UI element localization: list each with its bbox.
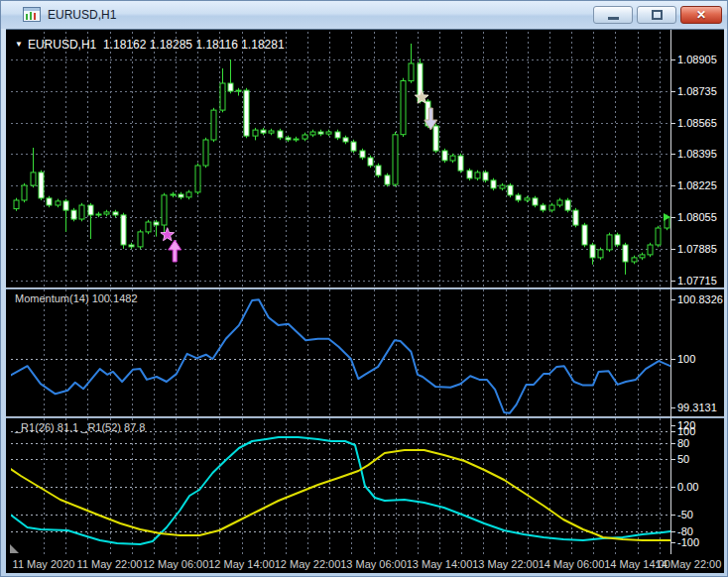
candle [303,135,307,139]
candle [244,90,249,136]
axis-tick [670,459,675,460]
r1-axis-label: 0.00 [677,481,698,493]
candle [138,232,143,247]
axis-tick [670,407,675,408]
time-axis-label: 13 May 22:00 [472,558,539,570]
candle [294,139,299,140]
price-axis-label: 1.08055 [677,211,717,223]
r1-axis-label: -100 [677,536,699,548]
candle [269,131,274,133]
candle [162,195,167,225]
candle [607,235,612,250]
candle [22,185,27,200]
candle [171,194,176,195]
axis-tick [670,431,675,432]
chart-window-icon [23,7,41,22]
title-bar[interactable]: EURUSD,H1 ✕ [1,1,727,29]
minimize-button[interactable] [593,6,633,24]
r1-axis-label: -50 [677,509,693,520]
ohlc-quote: 1.18162 1.18285 1.18116 1.18281 [103,38,285,52]
candle [615,235,620,245]
candle [467,171,472,178]
axis-tick [670,542,675,543]
candle [582,225,587,245]
axis-tick [670,185,675,186]
candle [318,132,323,134]
candle [656,228,661,245]
time-axis-label: 14 May 22:00 [656,558,722,570]
momentum-panel[interactable]: Momentum(14) 100.1482 [6,289,724,416]
candle [211,110,216,140]
candle [39,173,44,198]
candle [573,210,578,225]
candle [541,205,546,210]
candle [360,151,365,158]
candle [14,200,19,209]
price-axis-label: 1.08395 [677,148,717,160]
candle [335,132,340,138]
candle [195,166,200,192]
momentum-line [11,299,670,413]
restore-button[interactable] [637,6,676,24]
candle [565,200,570,210]
candle [549,205,554,210]
axis-tick [670,217,675,218]
candle [129,245,134,247]
candle [146,222,151,232]
time-axis[interactable]: 11 May 202011 May 22:0012 May 06:0012 Ma… [6,554,724,573]
axis-tick [670,531,675,532]
candle [632,258,637,262]
candle [458,156,463,171]
candle [516,195,521,200]
momentum-plot[interactable] [11,289,670,416]
candle [79,205,84,219]
price-axis-divider [670,30,671,554]
price-chart-panel[interactable]: ▼EURUSD,H1 1.18162 1.18285 1.18116 1.182… [6,32,724,288]
candle [491,180,496,188]
axis-tick [670,123,675,124]
buy-star-marker [161,228,175,241]
candle [508,185,513,195]
candle [409,63,414,81]
candle [96,214,101,215]
axis-tick [670,281,675,282]
candle [393,135,398,184]
r1-axis-label: 50 [677,453,689,465]
close-icon: ✕ [696,8,706,22]
symbol-dropdown-caret[interactable]: ▼ [15,40,23,49]
chart-header: ▼EURUSD,H1 1.18162 1.18285 1.18116 1.182… [15,38,285,52]
momentum-axis-label: 100.8326 [677,293,723,305]
candle [203,140,208,166]
candle [326,132,331,134]
candle [113,212,118,215]
price-axis-label: 1.08565 [677,117,717,129]
time-axis-label: 12 May 22:00 [275,558,341,570]
candle [56,201,61,205]
candle [47,198,52,205]
price-chart-plot[interactable] [11,32,670,288]
candle [623,245,628,262]
window-title: EURUSD,H1 [48,8,116,22]
candle [31,173,36,185]
close-button[interactable]: ✕ [680,6,722,24]
time-axis-label: 13 May 06:00 [340,558,407,570]
window-resize-grip[interactable] [10,544,19,553]
candle [533,198,538,205]
r1-plot[interactable] [11,418,670,554]
candle [640,255,645,258]
axis-tick [670,443,675,444]
candle [278,131,283,138]
momentum-label: Momentum(14) 100.1482 [15,292,138,304]
candle [71,210,76,219]
candle [376,166,381,175]
candle [450,156,455,161]
price-axis-label: 1.08905 [677,54,717,65]
r1-indicator-panel[interactable]: _R1(26) 81.1 _R1(52) 87.8 [6,418,724,554]
axis-tick [670,487,675,488]
candle [590,245,595,258]
chart-symbol-label: EURUSD,H1 [28,38,96,52]
candle [557,200,562,205]
time-axis-label: 12 May 14:00 [208,558,275,570]
momentum-axis-label: 99.3131 [677,402,717,413]
candle [154,222,159,225]
